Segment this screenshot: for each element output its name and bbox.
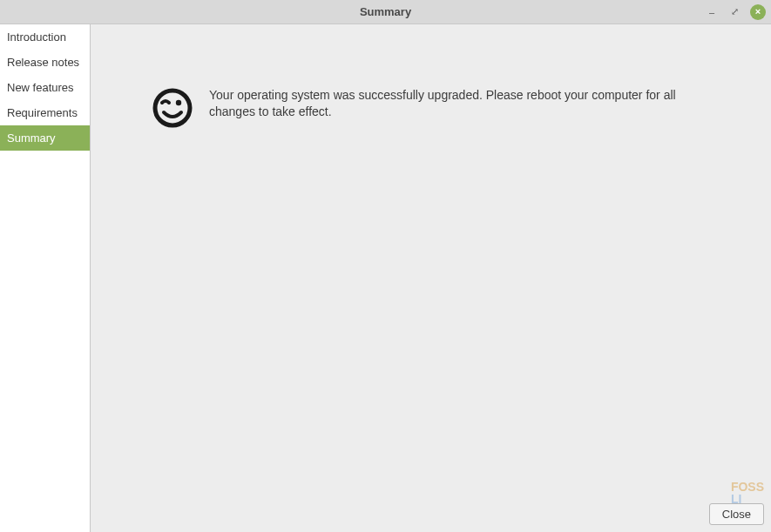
smiley-wink-icon: [152, 87, 193, 129]
maximize-button[interactable]: ⤢: [727, 5, 741, 19]
watermark-line1: FOSS: [731, 481, 764, 494]
titlebar: Summary – ⤢ ×: [0, 0, 771, 24]
close-button[interactable]: Close: [709, 503, 764, 525]
summary-message: Your operating system was successfully u…: [209, 87, 714, 120]
sidebar-item-summary[interactable]: Summary: [0, 125, 90, 151]
svg-point-0: [155, 91, 190, 125]
sidebar-item-new-features[interactable]: New features: [0, 75, 90, 100]
titlebar-controls: – ⤢ ×: [705, 0, 766, 24]
sidebar: Introduction Release notes New features …: [0, 24, 91, 532]
window-body: Introduction Release notes New features …: [0, 24, 771, 532]
window-close-button[interactable]: ×: [750, 4, 766, 20]
sidebar-item-requirements[interactable]: Requirements: [0, 100, 90, 125]
watermark: FOSS LI: [731, 481, 764, 506]
sidebar-item-introduction[interactable]: Introduction: [0, 24, 90, 50]
minimize-button[interactable]: –: [705, 5, 719, 19]
summary-message-row: Your operating system was successfully u…: [91, 24, 771, 129]
main-content: Your operating system was successfully u…: [91, 24, 771, 532]
window-title: Summary: [360, 5, 411, 18]
sidebar-item-release-notes[interactable]: Release notes: [0, 50, 90, 75]
svg-point-1: [176, 100, 181, 105]
footer: Close: [709, 503, 764, 525]
